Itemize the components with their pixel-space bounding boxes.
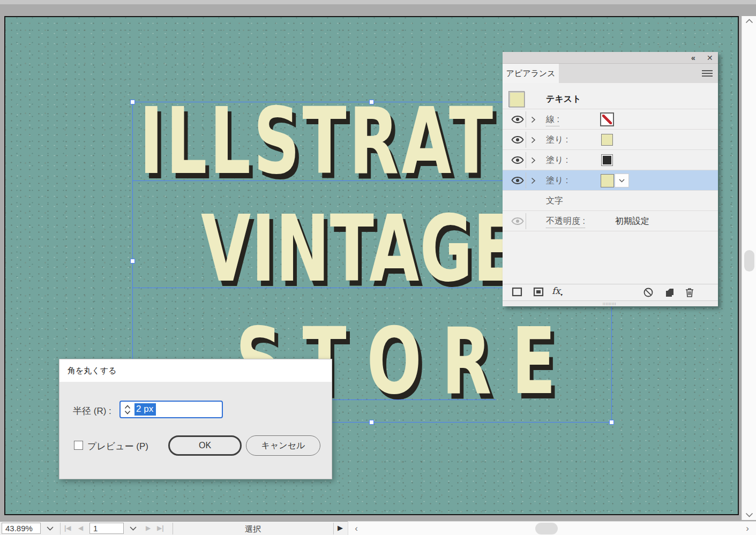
- divider: [60, 523, 61, 534]
- fill-color-swatch-black[interactable]: [601, 154, 613, 166]
- vertical-scroll-thumb[interactable]: [744, 250, 754, 272]
- zoom-level-field[interactable]: 43.89%: [2, 523, 41, 534]
- appearance-row-fill-selected[interactable]: 塗り :: [503, 170, 718, 191]
- current-tool-indicator[interactable]: 選択: [173, 524, 333, 534]
- canvas-text-row[interactable]: ILLSTRAT: [139, 95, 496, 187]
- selection-handle[interactable]: [609, 420, 614, 425]
- panel-toolbar: fx▾: [503, 284, 718, 300]
- resize-grip-icon: |||||||||: [603, 303, 619, 305]
- selection-handle[interactable]: [369, 100, 374, 104]
- chevron-down-icon: [47, 526, 54, 531]
- divider: [526, 111, 526, 127]
- divider: [526, 152, 526, 168]
- expand-chevron-icon[interactable]: [531, 116, 536, 123]
- appearance-row-stroke[interactable]: 線 :: [503, 109, 718, 130]
- chevron-down-icon: [619, 179, 625, 183]
- panel-header: « ✕: [503, 52, 718, 64]
- preview-checkbox[interactable]: [74, 441, 83, 450]
- expand-chevron-icon[interactable]: [531, 177, 536, 184]
- appearance-row-text-object[interactable]: テキスト: [503, 89, 718, 109]
- previous-artboard-button[interactable]: ◀: [78, 524, 83, 532]
- horizontal-scrollbar[interactable]: ‹ ›: [348, 521, 756, 535]
- zoom-level-value: 43.89%: [5, 524, 33, 533]
- scroll-right-icon[interactable]: ›: [744, 523, 751, 534]
- fill-label[interactable]: 塗り :: [546, 155, 568, 166]
- stroke-none-swatch[interactable]: [600, 112, 614, 126]
- selection-handle[interactable]: [369, 420, 374, 425]
- appearance-row-characters[interactable]: 文字: [503, 191, 718, 211]
- stepper-control[interactable]: [121, 402, 134, 417]
- panel-menu-icon[interactable]: [702, 70, 713, 78]
- horizontal-scroll-thumb[interactable]: [535, 523, 558, 534]
- visibility-eye-icon[interactable]: [511, 176, 524, 185]
- characters-label[interactable]: 文字: [546, 195, 563, 207]
- tab-appearance[interactable]: アピアランス: [503, 64, 559, 83]
- fill-color-swatch-cream[interactable]: [601, 174, 614, 187]
- window-top-strip: [0, 0, 756, 4]
- opacity-label[interactable]: 不透明度 :: [546, 216, 585, 228]
- selection-handle[interactable]: [130, 100, 135, 104]
- fill-color-swatch-cream[interactable]: [601, 134, 613, 146]
- add-new-fill-icon[interactable]: [533, 287, 544, 297]
- last-artboard-button[interactable]: ▶|: [157, 524, 164, 532]
- radius-label: 半径 (R) :: [73, 405, 111, 417]
- visibility-eye-icon-dimmed[interactable]: [511, 217, 524, 225]
- close-panel-icon[interactable]: ✕: [707, 53, 713, 63]
- visibility-eye-icon[interactable]: [511, 156, 524, 164]
- next-artboard-button[interactable]: ▶: [146, 524, 151, 532]
- round-corners-dialog: 角を丸くする 半径 (R) : 2 px プレビュー (P) OK キャンセル: [59, 359, 332, 479]
- appearance-row-opacity[interactable]: 不透明度 : 初期設定: [503, 211, 718, 231]
- appearance-row-fill[interactable]: 塗り :: [503, 130, 718, 150]
- divider: [526, 213, 526, 229]
- ok-button[interactable]: OK: [168, 435, 242, 456]
- zoom-dropdown-button[interactable]: [42, 523, 58, 534]
- expand-chevron-icon[interactable]: [531, 137, 536, 144]
- scroll-down-icon[interactable]: [745, 513, 753, 517]
- panel-resize-strip[interactable]: |||||||||: [503, 300, 718, 306]
- first-artboard-button[interactable]: |◀: [64, 524, 71, 532]
- duplicate-item-icon[interactable]: [664, 287, 675, 298]
- swatch-dropdown[interactable]: [615, 174, 629, 187]
- preview-label[interactable]: プレビュー (P): [87, 440, 148, 453]
- window-title-area: [0, 4, 756, 16]
- vertical-scrollbar[interactable]: [742, 16, 756, 520]
- divider: [526, 172, 526, 189]
- row-label: テキスト: [546, 94, 581, 105]
- fill-label[interactable]: 塗り :: [546, 175, 568, 186]
- clear-appearance-icon[interactable]: [643, 287, 654, 298]
- cancel-button[interactable]: キャンセル: [246, 435, 320, 456]
- visibility-eye-icon[interactable]: [511, 115, 524, 124]
- visibility-eye-icon[interactable]: [511, 135, 524, 144]
- artboard-number-value: 1: [93, 524, 98, 533]
- artboard-dropdown-button[interactable]: [125, 523, 141, 534]
- radius-value-selected-text[interactable]: 2 px: [134, 403, 156, 416]
- add-new-stroke-icon[interactable]: [512, 287, 522, 297]
- panel-tab-bar: アピアランス: [503, 64, 718, 83]
- opacity-value: 初期設定: [615, 216, 649, 227]
- expand-chevron-icon[interactable]: [531, 157, 536, 164]
- scroll-left-icon[interactable]: ‹: [353, 523, 360, 534]
- add-effect-fx-icon[interactable]: fx▾: [552, 285, 563, 297]
- collapse-panel-icon[interactable]: «: [691, 53, 694, 63]
- stroke-label[interactable]: 線 :: [546, 114, 559, 126]
- scroll-up-icon[interactable]: [745, 19, 753, 24]
- stepper-up-icon[interactable]: [124, 405, 131, 409]
- selection-handle[interactable]: [130, 259, 135, 263]
- appearance-panel: « ✕ アピアランス テキスト 線 : 塗り :: [503, 52, 718, 306]
- appearance-list: テキスト 線 : 塗り : 塗り :: [503, 83, 718, 284]
- appearance-row-fill[interactable]: 塗り :: [503, 150, 718, 170]
- chevron-down-icon: [130, 526, 137, 531]
- text-object-thumbnail: [508, 91, 525, 107]
- divider: [333, 523, 334, 534]
- stepper-down-icon[interactable]: [124, 410, 131, 415]
- artboard-number-field[interactable]: 1: [89, 523, 124, 534]
- fill-label[interactable]: 塗り :: [546, 134, 568, 146]
- delete-item-trash-icon[interactable]: [685, 287, 694, 298]
- dialog-title: 角を丸くする: [59, 359, 332, 382]
- divider: [526, 132, 526, 148]
- status-flyout-arrow-icon[interactable]: ▶: [338, 524, 343, 532]
- radius-input[interactable]: 2 px: [119, 401, 223, 418]
- canvas-text-row[interactable]: VINTAGE: [201, 203, 518, 295]
